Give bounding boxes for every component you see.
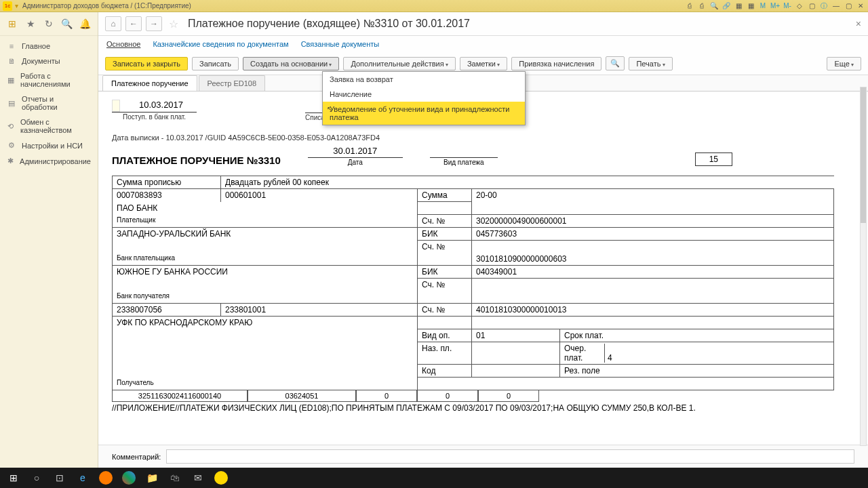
calc-icon[interactable]: ▦ — [734, 1, 743, 11]
codes-row: 32511630024116000140 03624051 0 0 0 — [112, 390, 854, 402]
doc-icon: 🗎 — [7, 57, 16, 65]
doc-header: ⌂ ← → ☆ Платежное поручение (входящее) №… — [98, 12, 868, 36]
notes-button[interactable]: Заметки — [460, 57, 507, 70]
mplus-icon[interactable]: M+ — [770, 1, 780, 11]
print-button[interactable]: Печать — [629, 57, 672, 70]
payment-table: Сумма прописьюДвадцать рублей 00 копеек … — [112, 176, 834, 390]
marker — [112, 100, 120, 112]
link-main[interactable]: Основное — [106, 40, 140, 48]
maximize-icon[interactable]: ▢ — [844, 1, 853, 11]
sidebar-item-settings[interactable]: ⚙Настройки и НСИ — [0, 138, 98, 153]
link-icon[interactable]: 🔗 — [722, 1, 731, 11]
taskview-icon[interactable]: ⊡ — [49, 469, 71, 487]
titlebar: 1c ▾ Администратор доходов бюджета / (1С… — [0, 0, 868, 12]
start-icon[interactable]: ⊞ — [3, 469, 24, 487]
minimize-icon[interactable]: — — [831, 1, 841, 11]
comment-row: Комментарий: — [98, 445, 868, 468]
history-icon[interactable]: ↻ — [43, 18, 54, 30]
box-15: 15 — [695, 152, 732, 166]
mail-icon[interactable]: ✉ — [187, 469, 209, 487]
dd-item-return[interactable]: Заявка на возврат — [323, 72, 525, 87]
print-icon[interactable]: ⎙ — [685, 1, 694, 11]
star-icon[interactable]: ★ — [25, 18, 37, 30]
home-button[interactable]: ⌂ — [105, 16, 121, 31]
taskbar: ⊞ ○ ⊡ e 📁 🛍 ✉ — [0, 468, 868, 488]
grid-icon: ▦ — [7, 76, 15, 85]
content: 10.03.2017Поступ. в банк плат. Списано с… — [98, 92, 868, 445]
store-icon[interactable]: 🛍 — [164, 469, 186, 487]
print2-icon[interactable]: ⎙ — [697, 1, 707, 11]
exchange-icon: ⟲ — [7, 122, 15, 131]
extra-actions-button[interactable]: Дополнительные действия — [343, 57, 456, 70]
date-in: 10.03.2017 — [125, 98, 197, 111]
nav-links: Основное Казначейские сведения по докуме… — [98, 36, 868, 52]
apps-icon[interactable]: ⊞ — [7, 18, 18, 30]
link-treasury[interactable]: Казначейские сведения по документам — [153, 40, 288, 48]
toolbar: Записать и закрыть Записать Создать на о… — [98, 52, 868, 75]
window-icon[interactable]: ▢ — [807, 1, 816, 11]
home-icon: ≡ — [7, 42, 16, 50]
cortana-icon[interactable]: ○ — [26, 469, 47, 487]
save-button[interactable]: Записать — [192, 57, 239, 70]
sidebar-item-main[interactable]: ≡Главное — [0, 39, 98, 54]
create-based-button[interactable]: Создать на основании — [243, 57, 339, 70]
info-icon[interactable]: ⓘ — [819, 1, 829, 11]
page-title: Платежное поручение (входящее) №3310 от … — [188, 18, 470, 30]
link-accrual-button[interactable]: Привязка начисления — [511, 57, 601, 70]
tab-payment-order[interactable]: Платежное поручение — [102, 75, 197, 91]
m-icon[interactable]: M — [758, 1, 768, 11]
mminus-icon[interactable]: M- — [783, 1, 792, 11]
report-icon: ▤ — [7, 99, 16, 108]
sidebar-item-reports[interactable]: ▤Отчеты и обработки — [0, 92, 98, 115]
app-icon[interactable] — [210, 469, 232, 487]
close-icon[interactable]: ✕ — [856, 1, 865, 11]
cal-icon[interactable]: ▦ — [746, 1, 755, 11]
explorer-icon[interactable]: 📁 — [141, 469, 163, 487]
sidebar-item-docs[interactable]: 🗎Документы — [0, 54, 98, 68]
scrollbar[interactable] — [860, 87, 867, 446]
back-button[interactable]: ← — [125, 16, 142, 31]
fav-icon[interactable]: ◇ — [795, 1, 804, 11]
comment-input[interactable] — [166, 449, 854, 464]
po-title: ПЛАТЕЖНОЕ ПОРУЧЕНИЕ №3310 — [112, 155, 281, 166]
create-based-dropdown: Заявка на возврат Начисление ↖Уведомлени… — [322, 71, 526, 125]
chrome-icon[interactable] — [118, 469, 140, 487]
dd-item-accrual[interactable]: Начисление — [323, 87, 525, 102]
admin-icon: ✱ — [7, 157, 14, 165]
close-tab-icon[interactable]: × — [856, 18, 861, 29]
favorite-icon[interactable]: ☆ — [169, 18, 178, 30]
bell-icon[interactable]: 🔔 — [79, 18, 91, 30]
search-button[interactable]: 🔍 — [606, 56, 625, 70]
dropdown-icon[interactable]: ▾ — [15, 2, 18, 9]
sidebar-item-accruals[interactable]: ▦Работа с начислениями — [0, 68, 98, 92]
app-logo: 1c — [3, 1, 12, 11]
note: //ПРИЛОЖЕНИЕ//ПЛАТЕЖИ ФИЗИЧЕСКИХ ЛИЦ (ED… — [112, 403, 854, 414]
guid-line: Дата выписки - 10.03.2017 /GUID 4A59C6CB… — [112, 134, 854, 142]
link-related[interactable]: Связанные документы — [301, 40, 380, 48]
tab-ed108[interactable]: Реестр ED108 — [199, 75, 265, 91]
search-icon[interactable]: 🔍 — [709, 1, 719, 11]
dd-item-notification[interactable]: ↖Уведомление об уточнении вида и принадл… — [323, 102, 525, 125]
firefox-icon[interactable] — [95, 469, 117, 487]
sidebar-item-treasury[interactable]: ⟲Обмен с казначейством — [0, 115, 98, 138]
more-button[interactable]: Еще — [827, 57, 861, 70]
forward-button[interactable]: → — [146, 16, 162, 31]
search-nav-icon[interactable]: 🔍 — [61, 18, 73, 30]
sidebar-item-admin[interactable]: ✱Администрирование — [0, 153, 98, 169]
sidebar: ⊞ ★ ↻ 🔍 🔔 ≡Главное 🗎Документы ▦Работа с … — [0, 12, 98, 468]
save-close-button[interactable]: Записать и закрыть — [105, 57, 188, 70]
cursor-icon: ↖ — [327, 105, 332, 113]
edge-icon[interactable]: e — [72, 469, 94, 487]
gear-icon: ⚙ — [7, 141, 16, 150]
